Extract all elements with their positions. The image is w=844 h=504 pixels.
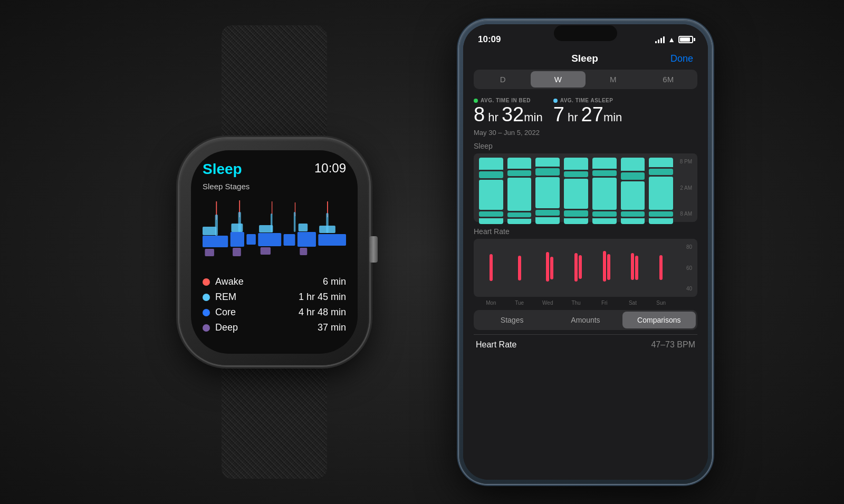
tab-amounts[interactable]: Amounts — [549, 312, 622, 328]
heart-rate-section-label: Heart Rate — [474, 227, 697, 236]
status-icons: ▲ — [655, 35, 693, 44]
svg-rect-13 — [203, 227, 216, 235]
period-m[interactable]: M — [586, 71, 641, 88]
deep-dot — [203, 324, 210, 332]
wifi-icon: ▲ — [668, 35, 675, 44]
tab-comparisons[interactable]: Comparisons — [622, 312, 696, 328]
svg-rect-12 — [318, 234, 346, 246]
svg-rect-11 — [298, 232, 316, 247]
rem-label: REM — [215, 292, 236, 303]
svg-rect-14 — [231, 224, 243, 232]
stage-rem: REM 1 hr 45 min — [203, 292, 346, 303]
svg-rect-20 — [261, 247, 271, 255]
core-dot — [203, 309, 210, 316]
hr-y-labels: 80 60 40 — [673, 243, 692, 293]
phone-notch — [554, 25, 617, 41]
hr-y-40: 40 — [673, 286, 692, 292]
day-sat: Sat — [621, 300, 645, 306]
deep-label: Deep — [215, 322, 238, 333]
hr-col-wed — [535, 243, 560, 293]
time-in-bed-value: 8 hr 32min — [474, 104, 543, 124]
period-selector: D W M 6M — [474, 70, 697, 89]
nav-title: Sleep — [571, 53, 598, 64]
rem-dot — [203, 294, 210, 301]
sleep-y-labels: 8 PM 2 AM 8 AM — [673, 158, 692, 218]
bottom-stat-label: Heart Rate — [476, 340, 516, 350]
hr-y-60: 60 — [673, 265, 692, 271]
period-w[interactable]: W — [531, 71, 586, 88]
bottom-tabs: Stages Amounts Comparisons — [474, 310, 697, 330]
period-6m[interactable]: 6M — [641, 71, 696, 88]
sleep-col-thu — [564, 158, 588, 218]
asleep-dot — [553, 99, 558, 103]
watch-container: Sleep 10:09 Sleep Stages — [132, 25, 417, 479]
tab-stages[interactable]: Stages — [475, 312, 549, 328]
day-fri: Fri — [592, 300, 617, 306]
svg-rect-7 — [231, 232, 244, 247]
svg-rect-21 — [300, 248, 307, 255]
period-d[interactable]: D — [475, 71, 531, 88]
y-label-2am: 2 AM — [673, 185, 692, 191]
sleep-col-fri — [592, 158, 617, 218]
sleep-col-wed — [535, 158, 560, 218]
svg-rect-23 — [238, 212, 241, 232]
hr-col-mon — [479, 243, 503, 293]
svg-rect-24 — [271, 214, 273, 232]
rem-duration: 1 hr 45 min — [299, 292, 346, 303]
watch-header: Sleep 10:09 — [203, 161, 346, 178]
sleep-col-sun — [649, 158, 673, 218]
battery-icon — [678, 36, 693, 43]
svg-rect-26 — [326, 213, 328, 233]
svg-rect-8 — [246, 234, 256, 245]
sleep-stages-list: Awake 6 min REM 1 hr 45 min — [203, 276, 346, 333]
svg-rect-19 — [233, 248, 241, 256]
hr-col-sun — [649, 243, 673, 293]
bottom-stat-value: 47–73 BPM — [651, 340, 695, 350]
date-range: May 30 – Jun 5, 2022 — [474, 129, 697, 137]
sleep-bar-chart: 8 PM 2 AM 8 AM — [474, 153, 697, 222]
sleep-col-mon — [479, 158, 503, 218]
sleep-col-sat — [621, 158, 645, 218]
y-label-8pm: 8 PM — [673, 159, 692, 164]
phone-body: 10:09 ▲ — [459, 20, 712, 484]
sleep-section-label: Sleep — [474, 142, 697, 150]
hr-col-thu — [564, 243, 588, 293]
svg-rect-18 — [205, 249, 214, 256]
scene: Sleep 10:09 Sleep Stages — [0, 0, 844, 504]
deep-duration: 37 min — [318, 322, 346, 333]
hr-bars — [479, 243, 673, 293]
hr-col-fri — [592, 243, 617, 293]
time-in-bed-stat: AVG. TIME IN BED 8 hr 32min — [474, 98, 543, 124]
sleep-col-tue — [507, 158, 532, 218]
hr-col-sat — [621, 243, 645, 293]
svg-rect-6 — [203, 236, 228, 247]
sleep-bars — [479, 158, 673, 218]
watch-title: Sleep — [203, 161, 242, 178]
y-label-8am: 8 AM — [673, 211, 692, 217]
svg-rect-22 — [215, 215, 218, 236]
core-label: Core — [215, 307, 236, 318]
day-wed: Wed — [535, 300, 560, 306]
signal-icon — [655, 36, 665, 43]
watch-band-bottom — [222, 363, 327, 479]
awake-dot — [203, 278, 210, 286]
watch-screen: Sleep 10:09 Sleep Stages — [191, 150, 358, 354]
status-time: 10:09 — [478, 34, 501, 45]
heart-rate-chart: 80 60 40 — [474, 239, 697, 297]
hr-y-80: 80 — [673, 244, 692, 250]
watch-sleep-chart — [203, 196, 346, 270]
phone-nav: Sleep Done — [463, 51, 708, 70]
stage-deep: Deep 37 min — [203, 322, 346, 333]
watch-body: Sleep 10:09 Sleep Stages — [179, 139, 369, 365]
done-button[interactable]: Done — [670, 53, 693, 64]
phone-screen: 10:09 ▲ — [463, 24, 708, 480]
svg-rect-25 — [294, 212, 296, 232]
day-thu: Thu — [564, 300, 588, 306]
time-asleep-value: 7 hr 27min — [553, 104, 622, 124]
day-labels: Mon Tue Wed Thu Fri Sat Sun — [474, 299, 697, 306]
watch-subtitle: Sleep Stages — [203, 182, 346, 191]
phone-content: D W M 6M AVG. TIME IN BED — [463, 70, 708, 480]
watch-band-top — [222, 25, 327, 141]
awake-label: Awake — [215, 276, 244, 287]
svg-rect-16 — [299, 224, 308, 231]
